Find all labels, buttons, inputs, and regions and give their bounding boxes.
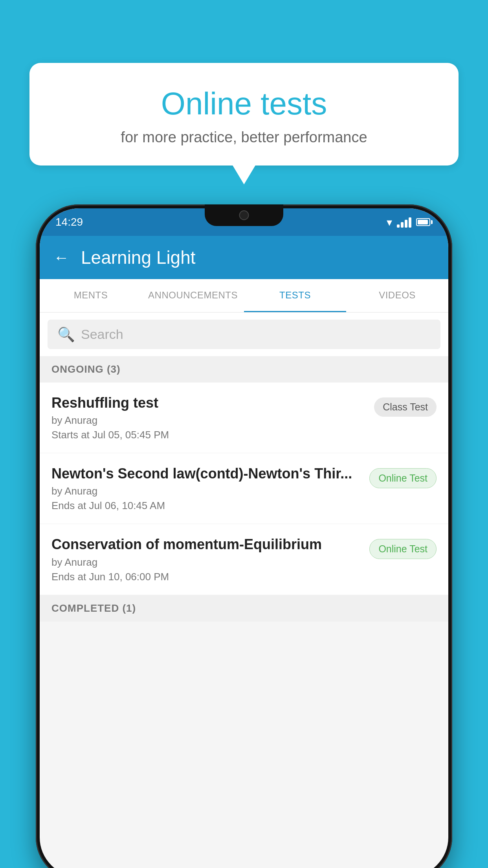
test-date-3: Ends at Jun 10, 06:00 PM bbox=[51, 571, 361, 583]
ongoing-section-header: ONGOING (3) bbox=[40, 356, 448, 383]
phone-frame: 14:29 ▾ bbox=[36, 204, 452, 868]
test-info-2: Newton's Second law(contd)-Newton's Thir… bbox=[51, 465, 361, 512]
signal-bar-1 bbox=[397, 224, 400, 228]
app-title: Learning Light bbox=[81, 247, 196, 268]
test-info-3: Conservation of momentum-Equilibrium by … bbox=[51, 536, 361, 583]
status-time: 14:29 bbox=[55, 216, 83, 228]
bubble-title: Online tests bbox=[49, 86, 439, 121]
bubble-subtitle: for more practice, better performance bbox=[49, 129, 439, 146]
test-title-3: Conservation of momentum-Equilibrium bbox=[51, 536, 361, 553]
battery-body bbox=[416, 218, 430, 226]
back-button[interactable]: ← bbox=[53, 249, 69, 267]
test-badge-online-2: Online Test bbox=[369, 468, 437, 488]
search-icon: 🔍 bbox=[57, 326, 75, 343]
search-input[interactable]: Search bbox=[81, 327, 123, 342]
app-header: ← Learning Light bbox=[40, 236, 448, 279]
tab-tests[interactable]: TESTS bbox=[244, 279, 346, 312]
test-list: Reshuffling test by Anurag Starts at Jul… bbox=[40, 383, 448, 595]
test-title-2: Newton's Second law(contd)-Newton's Thir… bbox=[51, 465, 361, 482]
phone-screen: 14:29 ▾ bbox=[40, 208, 448, 868]
signal-bar-4 bbox=[409, 217, 411, 228]
battery-tip bbox=[431, 220, 433, 224]
test-item-conservation[interactable]: Conservation of momentum-Equilibrium by … bbox=[40, 524, 448, 595]
test-date-1: Starts at Jul 05, 05:45 PM bbox=[51, 429, 366, 441]
tab-announcements[interactable]: ANNOUNCEMENTS bbox=[142, 279, 244, 312]
test-author-1: by Anurag bbox=[51, 414, 366, 427]
test-info-1: Reshuffling test by Anurag Starts at Jul… bbox=[51, 394, 366, 441]
background: Online tests for more practice, better p… bbox=[0, 0, 488, 868]
signal-bar-3 bbox=[405, 220, 407, 228]
front-camera bbox=[239, 210, 249, 220]
test-author-3: by Anurag bbox=[51, 556, 361, 568]
test-date-2: Ends at Jul 06, 10:45 AM bbox=[51, 500, 361, 512]
test-author-2: by Anurag bbox=[51, 485, 361, 497]
phone-notch bbox=[205, 204, 283, 226]
test-badge-online-3: Online Test bbox=[369, 539, 437, 559]
signal-icon bbox=[397, 217, 411, 228]
status-icons: ▾ bbox=[387, 216, 433, 229]
search-bar[interactable]: 🔍 Search bbox=[48, 320, 440, 349]
test-title-1: Reshuffling test bbox=[51, 394, 366, 411]
battery-fill bbox=[418, 220, 428, 224]
speech-bubble: Online tests for more practice, better p… bbox=[29, 63, 459, 166]
search-container: 🔍 Search bbox=[40, 313, 448, 356]
tab-bar: MENTS ANNOUNCEMENTS TESTS VIDEOS bbox=[40, 279, 448, 313]
signal-bar-2 bbox=[401, 222, 404, 228]
completed-section-header: COMPLETED (1) bbox=[40, 595, 448, 622]
battery-icon bbox=[416, 218, 433, 226]
phone-power bbox=[451, 338, 452, 385]
test-item-newton[interactable]: Newton's Second law(contd)-Newton's Thir… bbox=[40, 453, 448, 524]
wifi-icon: ▾ bbox=[387, 216, 392, 229]
test-badge-class-1: Class Test bbox=[374, 397, 437, 417]
phone-vol-down bbox=[36, 358, 37, 389]
tab-videos[interactable]: VIDEOS bbox=[346, 279, 448, 312]
phone-vol-up bbox=[36, 314, 37, 346]
test-item-reshuffling[interactable]: Reshuffling test by Anurag Starts at Jul… bbox=[40, 383, 448, 453]
tab-ments[interactable]: MENTS bbox=[40, 279, 142, 312]
